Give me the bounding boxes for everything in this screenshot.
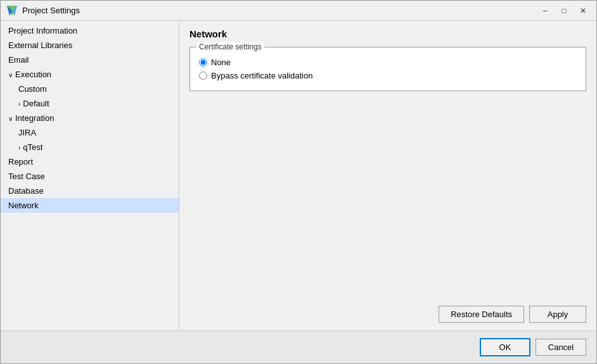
- sidebar-item-label: Execution: [15, 70, 51, 79]
- sidebar-item-network[interactable]: Network: [1, 198, 179, 213]
- maximize-button[interactable]: □: [556, 4, 572, 18]
- sidebar-item-label: Database: [8, 186, 44, 196]
- sidebar-item-label: Default: [23, 99, 49, 108]
- sidebar-item-default[interactable]: › Default: [1, 96, 179, 111]
- content-buttons: Restore Defaults Apply: [189, 306, 586, 323]
- chevron-icon: ›: [18, 144, 20, 151]
- sidebar-item-label: Report: [8, 157, 33, 166]
- none-radio-row: None: [199, 58, 577, 67]
- close-button[interactable]: ✕: [575, 4, 591, 18]
- sidebar-item-label: External Libraries: [8, 41, 72, 50]
- sidebar-item-jira[interactable]: JIRA: [1, 125, 179, 140]
- sidebar-item-label: Network: [8, 201, 39, 210]
- window-title: Project Settings: [22, 6, 537, 15]
- sidebar-item-label: JIRA: [18, 128, 36, 137]
- sidebar-item-label: Custom: [18, 84, 47, 94]
- none-radio[interactable]: [199, 58, 207, 66]
- bypass-radio[interactable]: [199, 72, 207, 80]
- title-bar: Project Settings – □ ✕: [1, 1, 596, 21]
- chevron-icon: ∨: [8, 115, 13, 122]
- sidebar-item-custom[interactable]: Custom: [1, 82, 179, 96]
- sidebar-item-label: Integration: [15, 113, 54, 123]
- sidebar-item-email[interactable]: Email: [1, 53, 179, 67]
- project-settings-window: Project Settings – □ ✕ Project Informati…: [0, 0, 597, 364]
- none-label[interactable]: None: [211, 58, 231, 67]
- chevron-icon: ∨: [8, 72, 13, 78]
- sidebar-item-integration[interactable]: ∨ Integration: [1, 111, 179, 125]
- window-controls: – □ ✕: [537, 4, 591, 18]
- sidebar-item-execution[interactable]: ∨ Execution: [1, 67, 179, 82]
- certificate-settings-label: Certificate settings: [196, 42, 264, 51]
- restore-defaults-button[interactable]: Restore Defaults: [439, 306, 524, 323]
- sidebar-item-report[interactable]: Report: [1, 154, 179, 169]
- content-panel: Network Certificate settings None Bypass…: [179, 21, 596, 330]
- sidebar-item-project-information[interactable]: Project Information: [1, 23, 179, 38]
- sidebar-item-external-libraries[interactable]: External Libraries: [1, 38, 179, 53]
- bypass-label[interactable]: Bypass certificate validation: [211, 71, 312, 80]
- main-content: Project InformationExternal LibrariesEma…: [1, 21, 596, 330]
- footer: OK Cancel: [1, 330, 596, 363]
- sidebar-item-label: Test Case: [8, 172, 45, 181]
- sidebar-item-database[interactable]: Database: [1, 184, 179, 198]
- certificate-settings-group: Certificate settings None Bypass certifi…: [189, 47, 586, 91]
- sidebar-item-label: Project Information: [8, 26, 77, 35]
- bypass-radio-row: Bypass certificate validation: [199, 71, 577, 80]
- sidebar-item-label: Email: [8, 55, 29, 65]
- sidebar-item-test-case[interactable]: Test Case: [1, 169, 179, 184]
- content-title: Network: [189, 28, 586, 39]
- app-icon: [6, 4, 18, 17]
- chevron-icon: ›: [18, 101, 20, 108]
- sidebar-item-label: qTest: [23, 142, 42, 152]
- sidebar: Project InformationExternal LibrariesEma…: [1, 21, 179, 330]
- apply-button[interactable]: Apply: [529, 306, 586, 323]
- content-spacer: [189, 96, 586, 301]
- cancel-button[interactable]: Cancel: [536, 339, 586, 356]
- ok-button[interactable]: OK: [480, 338, 530, 356]
- minimize-button[interactable]: –: [537, 4, 553, 18]
- sidebar-item-qtest[interactable]: › qTest: [1, 140, 179, 154]
